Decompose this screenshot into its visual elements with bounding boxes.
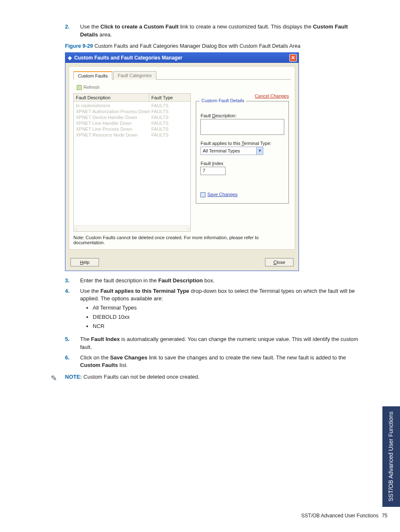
scroll-right-icon[interactable]: › bbox=[187, 226, 189, 231]
terminal-type-select[interactable]: All Terminal Types ▾ bbox=[200, 147, 263, 155]
combobox-value: All Terminal Types bbox=[203, 148, 240, 153]
tab-fault-categories[interactable]: Fault Categories bbox=[113, 71, 156, 80]
note-icon: ✎ bbox=[51, 374, 61, 383]
step-text: Enter the fault description in the Fault… bbox=[80, 277, 360, 285]
section-tab: SST/OB Advanced User Functions bbox=[382, 406, 400, 507]
page-footer: SST/OB Advanced User Functions 75 bbox=[0, 513, 400, 531]
step-number: 5. bbox=[65, 336, 80, 351]
tab-strip: Custom Faults Fault Categories bbox=[73, 71, 291, 80]
step-number: 2. bbox=[65, 23, 80, 39]
label-terminal-type: Fault applies to this Terminal Type: bbox=[200, 141, 284, 146]
app-icon: ◆ bbox=[68, 55, 72, 61]
list-item: DIEBOLD 10xx bbox=[93, 313, 360, 321]
fault-list[interactable]: Fault Description Fault Type In replenis… bbox=[73, 93, 191, 232]
scrollbar[interactable]: ‹› bbox=[74, 225, 190, 231]
disk-icon bbox=[200, 192, 205, 197]
table-row[interactable]: XPNET Device Handler DownFAULTS bbox=[74, 114, 190, 120]
step-text: The Fault Index is automatically generat… bbox=[80, 336, 360, 351]
list-item: All Terminal Types bbox=[93, 304, 360, 312]
fault-index-input[interactable]: 7 bbox=[200, 167, 226, 175]
list-item: NCR bbox=[93, 323, 360, 331]
page-number: 75 bbox=[382, 513, 387, 519]
scroll-left-icon[interactable]: ‹ bbox=[75, 226, 77, 231]
col-type: Fault Type bbox=[149, 94, 175, 101]
label-fault-description: Fault Description: bbox=[200, 113, 284, 118]
step-number: 3. bbox=[65, 277, 80, 285]
chevron-down-icon[interactable]: ▾ bbox=[256, 147, 263, 155]
help-button[interactable]: Help bbox=[70, 258, 99, 266]
step-text: Use the Fault applies to this Terminal T… bbox=[80, 287, 360, 333]
fault-description-input[interactable] bbox=[200, 119, 284, 135]
tab-custom-faults[interactable]: Custom Faults bbox=[73, 71, 112, 80]
custom-fault-details-group: Custom Fault Details Fault Description: … bbox=[196, 101, 289, 204]
figure-caption: Figure 9-29 Custom Faults and Fault Cate… bbox=[65, 43, 360, 49]
label-fault-index: Fault Index bbox=[200, 161, 284, 166]
note-text: Custom Faults can not be deleted once cr… bbox=[82, 374, 199, 380]
table-row[interactable]: In replenishmentFAULTS bbox=[74, 103, 190, 108]
note-label: NOTE: bbox=[65, 374, 82, 380]
dialog-window: ◆ Custom Faults and Fault Categories Man… bbox=[65, 52, 299, 271]
table-row[interactable]: XPNET Line Process DownFAULTS bbox=[74, 126, 190, 132]
close-icon[interactable]: ✕ bbox=[289, 54, 297, 62]
list-header: Fault Description Fault Type bbox=[74, 94, 190, 102]
note-callout: ✎ NOTE: Custom Faults can not be deleted… bbox=[51, 374, 360, 383]
col-desc: Fault Description bbox=[74, 94, 149, 101]
titlebar: ◆ Custom Faults and Fault Categories Man… bbox=[65, 53, 299, 63]
step-text: Use the Click to create a Custom Fault l… bbox=[80, 23, 360, 39]
close-button[interactable]: Close bbox=[265, 258, 294, 266]
step-number: 4. bbox=[65, 287, 80, 333]
table-row[interactable]: XPNET Authorization Process DownFAULTS bbox=[74, 108, 190, 114]
footer-text: SST/OB Advanced User Functions bbox=[301, 513, 379, 519]
save-changes-link[interactable]: Save Changes bbox=[207, 192, 237, 197]
table-row[interactable]: XPNET Resource Node DownFAULTS bbox=[74, 132, 190, 138]
refresh-link[interactable]: Refresh bbox=[73, 83, 291, 93]
step-number: 6. bbox=[65, 354, 80, 370]
dialog-note: Note: Custom Faults cannot be deleted on… bbox=[73, 235, 291, 245]
refresh-icon bbox=[77, 85, 82, 90]
table-row[interactable]: XPNET Line Handler DownFAULTS bbox=[74, 120, 190, 126]
groupbox-legend: Custom Fault Details bbox=[200, 98, 246, 103]
step-text: Click on the Save Changes link to save t… bbox=[80, 354, 360, 370]
window-title: Custom Faults and Fault Categories Manag… bbox=[74, 55, 289, 61]
